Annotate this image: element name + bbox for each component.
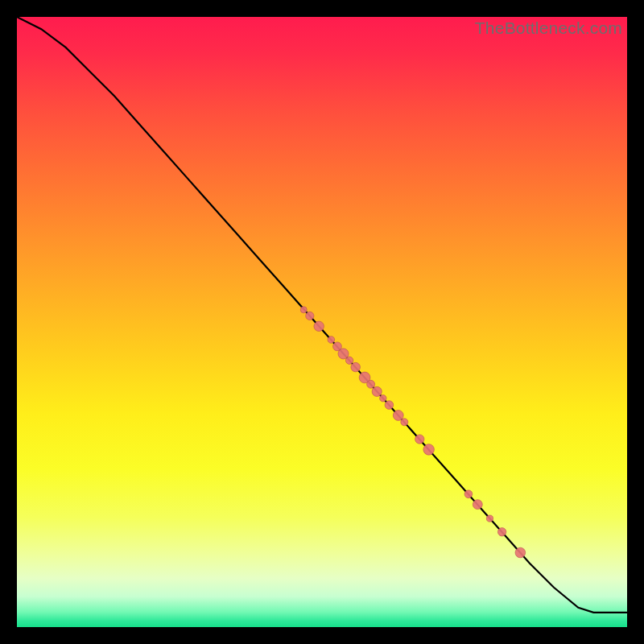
- scatter-point: [515, 547, 526, 558]
- plot-area: TheBottleneck.com: [17, 17, 627, 627]
- scatter-point: [351, 362, 361, 372]
- scatter-point: [300, 307, 307, 313]
- scatter-point: [345, 357, 353, 364]
- main-curve: [17, 17, 627, 613]
- scatter-point: [497, 528, 506, 536]
- scatter-point: [473, 500, 482, 510]
- chart-svg: [17, 17, 627, 627]
- scatter-point: [372, 386, 382, 396]
- scatter-point: [328, 336, 335, 344]
- scatter-point: [314, 321, 324, 331]
- scatter-point: [423, 444, 435, 456]
- scatter-point: [380, 395, 386, 402]
- scatter-point: [415, 435, 424, 444]
- scatter-point: [401, 419, 408, 426]
- scatter-point: [306, 312, 314, 320]
- scatter-point: [367, 380, 375, 388]
- scatter-point: [464, 490, 473, 498]
- chart-frame: TheBottleneck.com: [0, 0, 644, 644]
- scatter-point: [385, 401, 394, 410]
- watermark-text: TheBottleneck.com: [475, 19, 622, 38]
- scatter-point: [486, 515, 493, 522]
- scatter-point: [393, 411, 403, 421]
